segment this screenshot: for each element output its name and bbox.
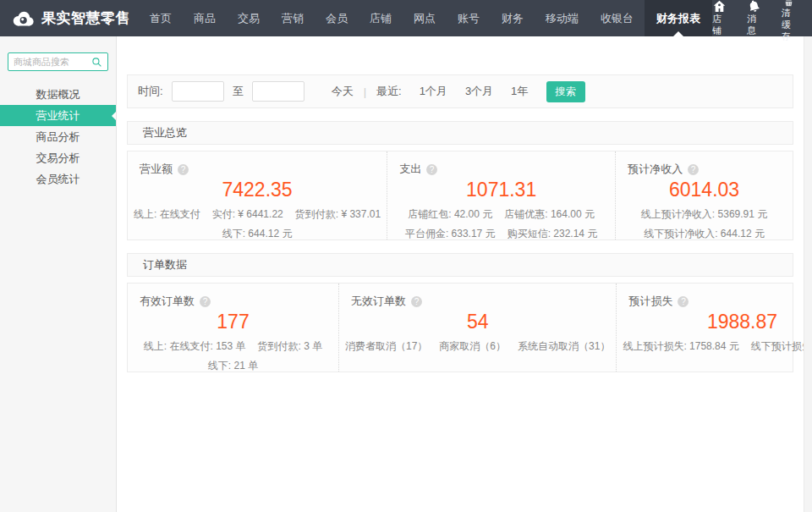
help-icon[interactable]: ?	[411, 296, 422, 307]
business-overview-stats: 营业额 ? 7422.35 线上: 在线支付实付: ¥ 6441.22货到付款:…	[127, 151, 793, 240]
sidebar-search-box	[8, 52, 108, 71]
help-icon[interactable]: ?	[426, 164, 437, 175]
help-icon[interactable]: ?	[678, 296, 689, 307]
sidebar-item-data-overview[interactable]: 数据概况	[0, 84, 116, 105]
main-content: 时间: 至 今天 | 最近: 1个月 3个月 1年 搜索 营业总览 营业额 ? …	[118, 36, 804, 512]
invalid-orders-value: 54	[339, 311, 616, 333]
revenue-detail-row: 线上: 在线支付实付: ¥ 6441.22货到付款: ¥ 337.01	[128, 207, 387, 222]
nav-item-marketing[interactable]: 营销	[271, 0, 315, 36]
net-income-title: 预计净收入	[628, 162, 683, 177]
time-filter-bar: 时间: 至 今天 | 最近: 1个月 3个月 1年 搜索	[127, 74, 793, 108]
cloud-logo-icon	[10, 9, 36, 28]
start-date-input[interactable]	[172, 81, 224, 102]
shop-action-button[interactable]: 店铺	[712, 0, 727, 37]
expense-card: 支出 ? 1071.31 店铺红包: 42.00 元店铺优惠: 164.00 元…	[387, 151, 615, 239]
valid-orders-card: 有效订单数 ? 177 线上: 在线支付: 153 单货到付款: 3 单 线下:…	[128, 284, 338, 372]
expense-value: 1071.31	[387, 179, 615, 201]
nav-item-shop[interactable]: 店铺	[359, 0, 403, 36]
brand-title: 果实智慧零售	[41, 8, 130, 28]
sidebar-item-member-stats[interactable]: 会员统计	[0, 168, 116, 190]
estimated-loss-value: 1988.87	[617, 311, 812, 333]
sidebar: 数据概况 营业统计 商品分析 交易分析 会员统计	[0, 36, 117, 512]
range-1-year-link[interactable]: 1年	[511, 84, 528, 99]
invalid-orders-detail-row: 消费者取消（17）商家取消（6）系统自动取消（31）	[339, 339, 616, 354]
nav-item-trade[interactable]: 交易	[227, 0, 271, 36]
time-label: 时间:	[138, 84, 163, 99]
revenue-card: 营业额 ? 7422.35 线上: 在线支付实付: ¥ 6441.22货到付款:…	[128, 151, 387, 239]
shop-action-label: 店铺	[712, 14, 727, 37]
sidebar-menu: 数据概况 营业统计 商品分析 交易分析 会员统计	[0, 84, 116, 190]
recent-label: 最近:	[376, 84, 402, 99]
search-icon[interactable]	[91, 57, 102, 68]
nav-item-outlet[interactable]: 网点	[403, 0, 447, 36]
clear-cache-button[interactable]: 清缓存	[782, 0, 796, 43]
to-label: 至	[233, 84, 244, 99]
nav-item-finance-report[interactable]: 财务报表	[645, 0, 712, 36]
estimated-loss-title: 预计损失	[628, 294, 672, 309]
sidebar-item-goods-analysis[interactable]: 商品分析	[0, 126, 116, 147]
net-income-card: 预计净收入 ? 6014.03 线上预计净收入: 5369.91 元 线下预计净…	[615, 151, 793, 239]
help-icon[interactable]: ?	[178, 164, 189, 175]
nav-item-finance[interactable]: 财务	[491, 0, 535, 36]
revenue-detail-row: 线下: 644.12 元	[128, 227, 387, 241]
vertical-scrollbar[interactable]	[804, 36, 812, 512]
clear-cache-label: 清缓存	[782, 8, 796, 42]
filter-separator: |	[364, 85, 366, 98]
goods-search-input[interactable]	[14, 57, 91, 67]
messages-button[interactable]: 消息	[747, 0, 761, 37]
sidebar-item-business-stats[interactable]: 营业统计	[0, 105, 116, 126]
nav-item-mobile[interactable]: 移动端	[535, 0, 590, 36]
range-1-month-link[interactable]: 1个月	[420, 84, 447, 99]
estimated-loss-detail-row: 线上预计损失: 1758.84 元线下预计损失: 230.03 元	[617, 339, 812, 354]
expense-title: 支出	[399, 162, 421, 177]
end-date-input[interactable]	[252, 81, 304, 102]
messages-label: 消息	[747, 14, 761, 37]
search-button[interactable]: 搜索	[546, 81, 585, 102]
revenue-value: 7422.35	[128, 179, 387, 201]
navbar-actions: 店铺 消息 清缓存	[712, 0, 812, 36]
shop-icon	[712, 0, 727, 14]
valid-orders-value: 177	[128, 311, 338, 333]
valid-orders-detail-row: 线下: 21 单	[128, 359, 338, 373]
net-income-detail-row: 线上预计净收入: 5369.91 元	[616, 207, 793, 222]
business-overview-header: 营业总览	[127, 121, 793, 145]
revenue-title: 营业额	[140, 162, 173, 177]
help-icon[interactable]: ?	[200, 296, 211, 307]
order-data-stats: 有效订单数 ? 177 线上: 在线支付: 153 单货到付款: 3 单 线下:…	[127, 283, 793, 372]
today-link[interactable]: 今天	[332, 84, 354, 99]
main-menu: 首页 商品 交易 营销 会员 店铺 网点 账号 财务 移动端 收银台 财务报表	[139, 0, 712, 36]
brand-logo[interactable]: 果实智慧零售	[0, 0, 139, 36]
expense-detail-row: 平台佣金: 633.17 元购买短信: 232.14 元	[387, 227, 615, 241]
net-income-detail-row: 线下预计净收入: 644.12 元	[616, 227, 793, 241]
help-icon[interactable]: ?	[688, 164, 699, 175]
broom-icon	[782, 0, 796, 8]
expense-detail-row: 店铺红包: 42.00 元店铺优惠: 164.00 元	[387, 207, 615, 222]
sidebar-item-trade-analysis[interactable]: 交易分析	[0, 147, 116, 168]
nav-item-home[interactable]: 首页	[139, 0, 183, 36]
nav-item-cashier[interactable]: 收银台	[590, 0, 645, 36]
valid-orders-detail-row: 线上: 在线支付: 153 单货到付款: 3 单	[128, 339, 338, 354]
estimated-loss-card: 预计损失 ? 1988.87 线上预计损失: 1758.84 元线下预计损失: …	[616, 284, 812, 372]
nav-item-member[interactable]: 会员	[315, 0, 359, 36]
range-3-month-link[interactable]: 3个月	[465, 84, 493, 99]
invalid-orders-title: 无效订单数	[351, 294, 406, 309]
top-navbar: 果实智慧零售 首页 商品 交易 营销 会员 店铺 网点 账号 财务 移动端 收银…	[0, 0, 812, 36]
nav-item-goods[interactable]: 商品	[183, 0, 227, 36]
net-income-value: 6014.03	[616, 179, 793, 201]
valid-orders-title: 有效订单数	[140, 294, 195, 309]
nav-item-account[interactable]: 账号	[447, 0, 491, 36]
invalid-orders-card: 无效订单数 ? 54 消费者取消（17）商家取消（6）系统自动取消（31）	[338, 284, 616, 372]
order-data-header: 订单数据	[127, 253, 793, 277]
